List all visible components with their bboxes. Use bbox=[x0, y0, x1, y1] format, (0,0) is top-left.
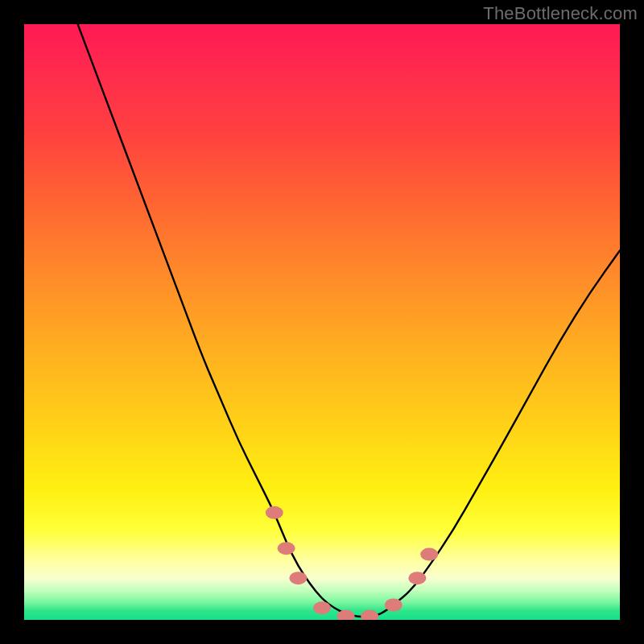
chart-frame: TheBottleneck.com bbox=[0, 0, 644, 644]
curve-marker bbox=[266, 506, 283, 519]
plot-area bbox=[24, 24, 620, 620]
curve-marker bbox=[385, 599, 402, 612]
bottleneck-curve bbox=[78, 24, 620, 617]
curve-marker bbox=[289, 572, 307, 584]
attribution-text: TheBottleneck.com bbox=[483, 3, 638, 24]
curve-marker bbox=[278, 542, 295, 555]
curve-marker bbox=[313, 601, 331, 614]
curve-marker bbox=[408, 572, 426, 584]
curve-markers bbox=[266, 506, 438, 620]
curve-marker bbox=[420, 548, 438, 561]
curve-svg bbox=[24, 24, 620, 620]
curve-marker bbox=[361, 610, 378, 620]
curve-marker bbox=[337, 610, 355, 620]
